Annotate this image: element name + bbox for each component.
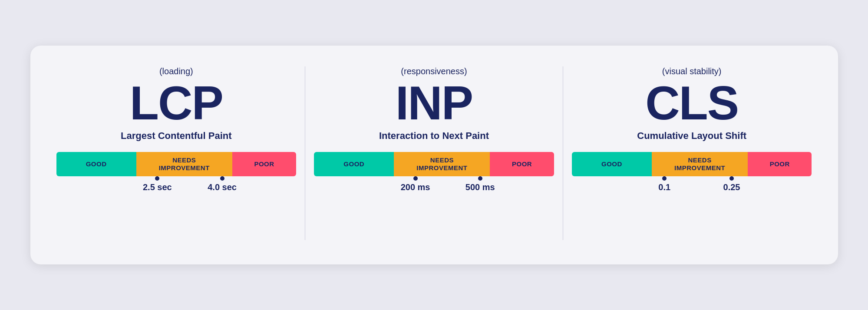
cls-markers: 0.10.25: [572, 176, 812, 202]
cls-marker-label: 0.1: [658, 182, 670, 192]
cls-scale-wrapper: GOODNEEDS IMPROVEMENTPOOR0.10.25: [572, 152, 812, 202]
lcp-scale-wrapper: GOODNEEDS IMPROVEMENTPOOR2.5 sec4.0 sec: [56, 152, 297, 202]
lcp-markers: 2.5 sec4.0 sec: [56, 176, 297, 202]
cls-marker-label: 0.25: [723, 182, 740, 192]
lcp-marker-dot: [155, 176, 159, 181]
inp-marker: 500 ms: [465, 176, 495, 192]
cls-acronym: CLS: [645, 79, 738, 127]
inp-marker-label: 500 ms: [465, 182, 495, 192]
lcp-marker: 2.5 sec: [143, 176, 172, 192]
lcp-marker-label: 2.5 sec: [143, 182, 172, 192]
inp-marker-label: 200 ms: [401, 182, 430, 192]
lcp-name: Largest Contentful Paint: [121, 130, 231, 142]
divider: [563, 66, 563, 240]
inp-scale-wrapper: GOODNEEDS IMPROVEMENTPOOR200 ms500 ms: [314, 152, 554, 202]
divider: [305, 66, 305, 240]
metric-block-inp: (responsiveness)INPInteraction to Next P…: [314, 66, 554, 202]
cls-marker: 0.1: [658, 176, 670, 192]
lcp-marker: 4.0 sec: [208, 176, 237, 192]
lcp-subtitle: (loading): [159, 66, 193, 76]
inp-bar-good: GOOD: [314, 152, 394, 176]
inp-bar-needs: NEEDS IMPROVEMENT: [394, 152, 490, 176]
cls-marker: 0.25: [723, 176, 740, 192]
lcp-acronym: LCP: [130, 79, 223, 127]
lcp-bar: GOODNEEDS IMPROVEMENTPOOR: [56, 152, 297, 176]
inp-subtitle: (responsiveness): [401, 66, 467, 76]
lcp-bar-poor: POOR: [232, 152, 296, 176]
inp-acronym: INP: [396, 79, 472, 127]
inp-marker-dot: [413, 176, 418, 181]
inp-marker-dot: [478, 176, 482, 181]
cls-marker-dot: [662, 176, 667, 181]
inp-markers: 200 ms500 ms: [314, 176, 554, 202]
lcp-bar-needs: NEEDS IMPROVEMENT: [136, 152, 232, 176]
inp-marker: 200 ms: [401, 176, 430, 192]
cls-name: Cumulative Layout Shift: [637, 130, 746, 142]
cls-bar: GOODNEEDS IMPROVEMENTPOOR: [572, 152, 812, 176]
inp-bar-poor: POOR: [490, 152, 554, 176]
cls-bar-poor: POOR: [748, 152, 812, 176]
cls-bar-needs: NEEDS IMPROVEMENT: [652, 152, 748, 176]
lcp-marker-dot: [220, 176, 224, 181]
lcp-bar-good: GOOD: [56, 152, 136, 176]
metric-block-cls: (visual stability)CLSCumulative Layout S…: [572, 66, 812, 202]
lcp-marker-label: 4.0 sec: [208, 182, 237, 192]
cls-bar-good: GOOD: [572, 152, 652, 176]
inp-name: Interaction to Next Paint: [379, 130, 489, 142]
metric-block-lcp: (loading)LCPLargest Contentful PaintGOOD…: [56, 66, 297, 202]
cls-subtitle: (visual stability): [662, 66, 722, 76]
cls-marker-dot: [729, 176, 734, 181]
main-card: (loading)LCPLargest Contentful PaintGOOD…: [30, 46, 838, 264]
inp-bar: GOODNEEDS IMPROVEMENTPOOR: [314, 152, 554, 176]
